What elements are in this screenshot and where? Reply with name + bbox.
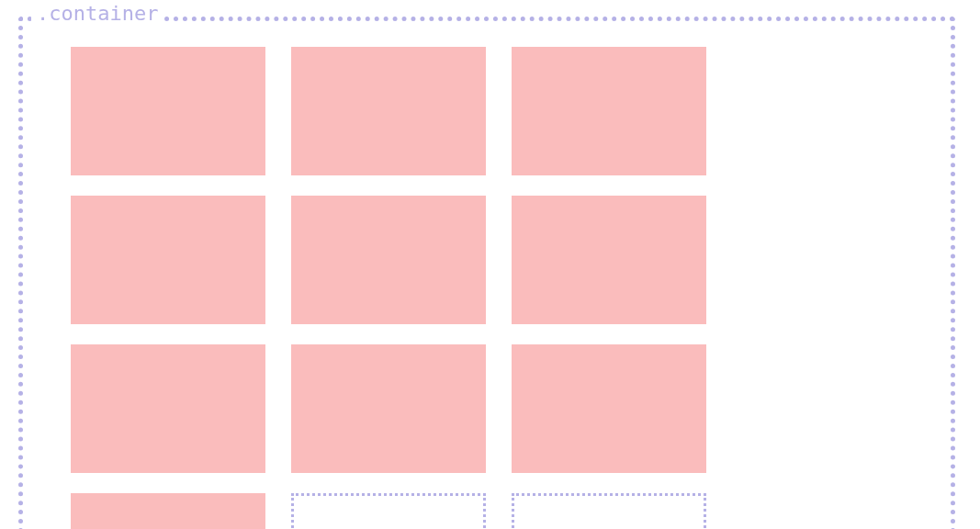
- grid-item: [291, 344, 486, 473]
- grid-item: [512, 47, 706, 175]
- container-label: .container: [31, 2, 163, 25]
- grid-item: [71, 47, 265, 175]
- grid-item: [291, 196, 486, 324]
- pseudo-after: After: [291, 493, 486, 529]
- diagram-root: .container After Before (order:1): [0, 0, 980, 529]
- grid-item: [512, 196, 706, 324]
- grid-item: [71, 493, 265, 529]
- pseudo-before: Before (order:1): [512, 493, 706, 529]
- grid-item: [71, 344, 265, 473]
- grid-item: [512, 344, 706, 473]
- grid-item: [291, 47, 486, 175]
- grid-item: [71, 196, 265, 324]
- flex-container: After Before (order:1): [18, 17, 955, 529]
